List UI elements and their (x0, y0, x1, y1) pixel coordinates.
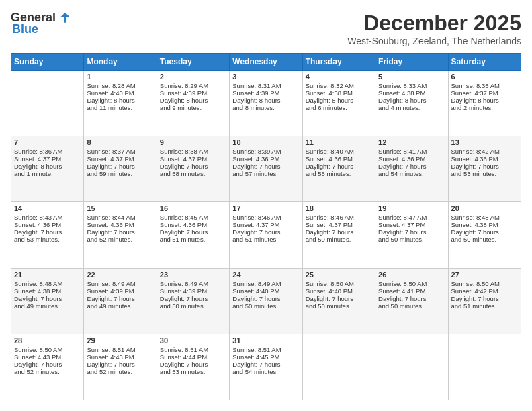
calendar-cell: 4Sunrise: 8:32 AMSunset: 4:38 PMDaylight… (302, 71, 375, 136)
cell-text: Daylight: 8 hours (160, 97, 226, 104)
cell-text: Sunset: 4:40 PM (232, 287, 299, 295)
cell-text: Sunrise: 8:51 AM (160, 346, 226, 353)
cell-text: Sunrise: 8:44 AM (87, 214, 153, 221)
cell-text: Sunset: 4:36 PM (160, 221, 226, 228)
calendar-week-row: 28Sunrise: 8:50 AMSunset: 4:43 PMDayligh… (11, 334, 521, 400)
cell-text: Daylight: 7 hours (87, 361, 153, 368)
cell-text: Daylight: 7 hours (306, 163, 372, 170)
day-number: 5 (378, 73, 445, 81)
cell-text: Sunset: 4:37 PM (87, 155, 153, 163)
cell-text: Sunset: 4:45 PM (232, 353, 299, 361)
cell-text: Sunset: 4:37 PM (160, 155, 226, 163)
cell-text: Daylight: 7 hours (160, 163, 226, 170)
day-number: 9 (160, 138, 226, 146)
cell-text: Sunrise: 8:46 AM (232, 214, 299, 221)
day-number: 31 (232, 336, 299, 345)
header: General Blue December 2025 West-Souburg,… (11, 11, 521, 46)
cell-text: Sunset: 4:39 PM (160, 89, 226, 97)
cell-text: Sunset: 4:42 PM (451, 287, 518, 295)
calendar-cell: 17Sunrise: 8:46 AMSunset: 4:37 PMDayligh… (230, 202, 302, 268)
cell-text: Daylight: 8 hours (306, 97, 372, 104)
cell-text: Daylight: 8 hours (378, 97, 445, 104)
calendar-cell: 5Sunrise: 8:33 AMSunset: 4:38 PMDaylight… (375, 71, 448, 136)
day-number: 23 (160, 271, 226, 279)
cell-text: Sunset: 4:36 PM (14, 221, 81, 228)
calendar-header-wednesday: Wednesday (230, 54, 302, 71)
cell-text: Daylight: 7 hours (232, 163, 299, 170)
cell-text: Sunset: 4:44 PM (160, 353, 226, 361)
calendar-cell (448, 334, 521, 400)
cell-text: Daylight: 7 hours (232, 361, 299, 368)
cell-text: Sunrise: 8:50 AM (451, 280, 518, 287)
calendar-cell: 11Sunrise: 8:40 AMSunset: 4:36 PMDayligh… (302, 136, 375, 202)
cell-text: Daylight: 7 hours (451, 163, 518, 170)
cell-text: Daylight: 7 hours (87, 163, 153, 170)
logo-blue: Blue (12, 22, 38, 36)
day-number: 4 (306, 73, 372, 81)
cell-text: and 58 minutes. (160, 170, 226, 177)
cell-text: Daylight: 7 hours (87, 228, 153, 236)
cell-text: and 9 minutes. (160, 104, 226, 111)
calendar-cell: 10Sunrise: 8:39 AMSunset: 4:36 PMDayligh… (230, 136, 302, 202)
cell-text: and 51 minutes. (232, 236, 299, 243)
logo: General Blue (11, 11, 72, 36)
cell-text: Sunset: 4:39 PM (87, 287, 153, 295)
calendar-cell: 22Sunrise: 8:49 AMSunset: 4:39 PMDayligh… (84, 268, 157, 334)
cell-text: Sunrise: 8:31 AM (232, 82, 299, 89)
cell-text: Daylight: 7 hours (306, 228, 372, 236)
cell-text: Sunset: 4:36 PM (306, 155, 372, 163)
cell-text: Sunrise: 8:42 AM (451, 148, 518, 155)
calendar-cell: 16Sunrise: 8:45 AMSunset: 4:36 PMDayligh… (157, 202, 229, 268)
calendar-header-tuesday: Tuesday (157, 54, 229, 71)
cell-text: and 8 minutes. (232, 104, 299, 111)
day-number: 3 (232, 73, 299, 81)
cell-text: Sunset: 4:38 PM (451, 221, 518, 228)
calendar-header-sunday: Sunday (11, 54, 84, 71)
calendar-week-row: 21Sunrise: 8:48 AMSunset: 4:38 PMDayligh… (11, 268, 521, 334)
cell-text: Sunrise: 8:50 AM (378, 280, 445, 287)
cell-text: Daylight: 7 hours (160, 295, 226, 302)
day-number: 18 (306, 204, 372, 212)
cell-text: and 50 minutes. (378, 236, 445, 243)
calendar-cell: 8Sunrise: 8:37 AMSunset: 4:37 PMDaylight… (84, 136, 157, 202)
cell-text: Sunrise: 8:39 AM (232, 148, 299, 155)
cell-text: Sunset: 4:36 PM (451, 155, 518, 163)
calendar-cell: 13Sunrise: 8:42 AMSunset: 4:36 PMDayligh… (448, 136, 521, 202)
cell-text: Sunrise: 8:45 AM (160, 214, 226, 221)
cell-text: and 52 minutes. (14, 368, 81, 375)
calendar-cell: 3Sunrise: 8:31 AMSunset: 4:39 PMDaylight… (230, 71, 302, 136)
calendar-cell: 29Sunrise: 8:51 AMSunset: 4:43 PMDayligh… (84, 334, 157, 400)
day-number: 30 (160, 336, 226, 345)
cell-text: Sunrise: 8:48 AM (451, 214, 518, 221)
cell-text: Sunset: 4:39 PM (232, 89, 299, 97)
calendar-cell: 2Sunrise: 8:29 AMSunset: 4:39 PMDaylight… (157, 71, 229, 136)
cell-text: Sunrise: 8:37 AM (87, 148, 153, 155)
calendar-cell: 26Sunrise: 8:50 AMSunset: 4:41 PMDayligh… (375, 268, 448, 334)
day-number: 1 (87, 73, 153, 81)
page: General Blue December 2025 West-Souburg,… (0, 0, 532, 411)
cell-text: and 52 minutes. (87, 236, 153, 243)
calendar-week-row: 1Sunrise: 8:28 AMSunset: 4:40 PMDaylight… (11, 71, 521, 136)
day-number: 13 (451, 138, 518, 146)
day-number: 26 (378, 271, 445, 279)
cell-text: Sunrise: 8:51 AM (232, 346, 299, 353)
day-number: 16 (160, 204, 226, 212)
cell-text: Sunset: 4:43 PM (14, 353, 81, 361)
calendar-cell: 27Sunrise: 8:50 AMSunset: 4:42 PMDayligh… (448, 268, 521, 334)
cell-text: Daylight: 7 hours (14, 361, 81, 368)
cell-text: Sunrise: 8:33 AM (378, 82, 445, 89)
cell-text: Sunrise: 8:48 AM (14, 280, 81, 287)
cell-text: and 49 minutes. (14, 302, 81, 310)
calendar-cell: 15Sunrise: 8:44 AMSunset: 4:36 PMDayligh… (84, 202, 157, 268)
cell-text: Sunset: 4:37 PM (378, 221, 445, 228)
calendar-cell: 9Sunrise: 8:38 AMSunset: 4:37 PMDaylight… (157, 136, 229, 202)
cell-text: Daylight: 7 hours (378, 163, 445, 170)
cell-text: Sunrise: 8:43 AM (14, 214, 81, 221)
calendar-header-saturday: Saturday (448, 54, 521, 71)
cell-text: Sunrise: 8:35 AM (451, 82, 518, 89)
cell-text: and 59 minutes. (87, 170, 153, 177)
cell-text: Daylight: 8 hours (232, 97, 299, 104)
cell-text: Sunset: 4:38 PM (306, 89, 372, 97)
cell-text: Sunrise: 8:49 AM (160, 280, 226, 287)
cell-text: Daylight: 7 hours (232, 228, 299, 236)
